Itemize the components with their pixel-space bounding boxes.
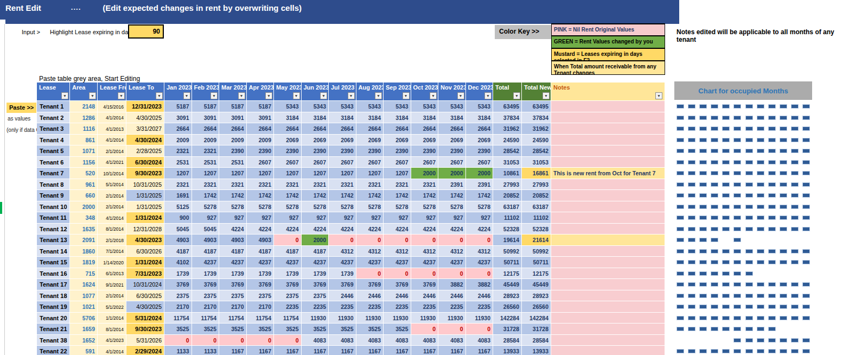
rent-cell[interactable]: 2235 [466,301,494,313]
rent-cell[interactable]: 2321 [192,145,220,157]
rent-cell[interactable]: 5343 [274,101,302,112]
lease-to-cell[interactable]: 5/31/2026 [126,335,164,346]
rent-cell[interactable]: 11754 [274,313,302,324]
col-header-lease[interactable]: Lease▼ [37,83,70,101]
area-cell[interactable]: 1116 [70,123,98,135]
rent-cell[interactable]: 927 [466,212,494,224]
rent-cell[interactable]: 2607 [384,157,411,168]
lease-to-cell[interactable]: 5/31/2024 [126,313,164,324]
rent-cell[interactable]: 1167 [329,346,356,355]
area-cell[interactable]: 861 [70,135,98,146]
col-header-total[interactable]: Total▼ [493,83,522,101]
tenant-name-cell[interactable]: Tenant 17 [37,279,70,290]
tenant-name-cell[interactable]: Tenant 21 [37,324,70,335]
rent-cell[interactable]: 1167 [411,346,439,355]
rent-cell[interactable]: 1739 [274,268,302,280]
rent-cell[interactable]: 3525 [164,324,192,335]
rent-cell[interactable]: 2321 [247,179,275,191]
rent-cell[interactable]: 2391 [438,179,466,191]
rent-cell[interactable]: 2069 [384,135,411,146]
rent-cell[interactable]: 4237 [411,257,439,268]
rent-cell[interactable]: 2391 [466,179,494,191]
area-cell[interactable]: 1652 [70,335,98,346]
rent-cell[interactable]: 927 [192,212,220,224]
total-new-cell[interactable]: 31053 [522,157,551,168]
rent-cell[interactable]: 4083 [384,335,411,346]
rent-cell[interactable]: 2607 [466,157,494,168]
rent-cell[interactable]: 5343 [466,101,494,112]
rent-cell[interactable]: 2607 [302,157,329,168]
rent-cell[interactable]: 2664 [466,123,494,135]
rent-cell[interactable]: 3769 [411,279,439,290]
rent-cell[interactable]: 4903 [164,234,192,246]
filter-dropdown-icon[interactable]: ▼ [513,92,520,99]
note-cell[interactable] [551,190,665,201]
rent-cell[interactable]: 3184 [274,112,302,124]
rent-cell[interactable]: 4102 [164,257,192,268]
rent-cell[interactable]: 2607 [438,157,466,168]
rent-cell[interactable]: 1739 [329,268,356,280]
rent-cell[interactable]: 2321 [192,179,220,191]
rent-cell[interactable]: 2664 [219,123,247,135]
rent-cell[interactable]: 0 [192,335,220,346]
rent-cell[interactable]: 1739 [219,268,247,280]
rent-cell[interactable]: 1207 [192,168,220,179]
rent-cell[interactable]: 1742 [411,190,439,201]
rent-cell[interactable]: 0 [438,234,466,246]
rent-cell[interactable]: 2390 [356,145,384,157]
rent-cell[interactable]: 2446 [356,290,384,302]
rent-cell[interactable]: 4237 [302,257,329,268]
rent-cell[interactable]: 0 [356,234,384,246]
rent-cell[interactable]: 1739 [302,268,329,280]
rent-cell[interactable]: 2531 [219,157,247,168]
total-cell[interactable]: 63187 [493,201,522,213]
rent-cell[interactable]: 5278 [219,201,247,213]
note-cell[interactable] [551,179,665,191]
rent-cell[interactable]: 927 [438,212,466,224]
area-cell[interactable]: 2000 [70,201,98,213]
rent-cell[interactable]: 0 [466,234,494,246]
rent-cell[interactable]: 2664 [384,123,411,135]
note-cell[interactable] [551,290,665,302]
rent-cell[interactable]: 11754 [219,313,247,324]
rent-cell[interactable]: 0 [411,234,439,246]
note-cell[interactable] [551,135,665,146]
rent-cell[interactable]: 2446 [411,290,439,302]
rent-cell[interactable]: 4083 [356,335,384,346]
rent-cell[interactable]: 5045 [164,224,192,235]
area-cell[interactable]: 2148 [70,101,98,112]
rent-cell[interactable]: 1742 [247,190,275,201]
rent-cell[interactable]: 1691 [164,190,192,201]
area-cell[interactable]: 1819 [70,257,98,268]
lease-to-cell[interactable]: 4/30/2025 [126,112,164,124]
rent-cell[interactable]: 4237 [356,257,384,268]
tenant-name-cell[interactable]: Tenant 4 [37,135,70,146]
rent-cell[interactable]: 11930 [329,313,356,324]
rent-cell[interactable]: 2531 [164,157,192,168]
rent-cell[interactable]: 1742 [356,190,384,201]
rent-cell[interactable]: 4224 [274,224,302,235]
filter-dropdown-icon[interactable]: ▼ [156,92,163,99]
lease-from-cell[interactable]: 2/1/2014 [98,290,126,302]
lease-to-cell[interactable]: 10/31/2025 [126,179,164,191]
total-new-cell[interactable]: 31728 [522,324,551,335]
rent-cell[interactable]: 2390 [329,145,356,157]
rent-cell[interactable]: 2446 [466,290,494,302]
rent-cell[interactable]: 927 [274,212,302,224]
rent-cell[interactable]: 2390 [384,145,411,157]
note-cell[interactable]: This is new rent from Oct for Tenant 7 [551,168,665,179]
rent-cell[interactable]: 11930 [356,313,384,324]
rent-cell[interactable]: 927 [302,212,329,224]
note-cell[interactable] [551,268,665,280]
rent-cell[interactable]: 2446 [329,290,356,302]
rent-cell[interactable]: 5278 [411,201,439,213]
lease-to-cell[interactable]: 4/30/2023 [126,234,164,246]
rent-cell[interactable]: 3525 [247,324,275,335]
note-cell[interactable] [551,257,665,268]
rent-cell[interactable]: 5343 [356,101,384,112]
filter-dropdown-icon[interactable]: ▼ [183,92,190,99]
note-cell[interactable] [551,301,665,313]
rent-cell[interactable]: 4083 [411,335,439,346]
tenant-name-cell[interactable]: Tenant 12 [37,224,70,235]
filter-dropdown-icon[interactable]: ▼ [457,92,464,99]
